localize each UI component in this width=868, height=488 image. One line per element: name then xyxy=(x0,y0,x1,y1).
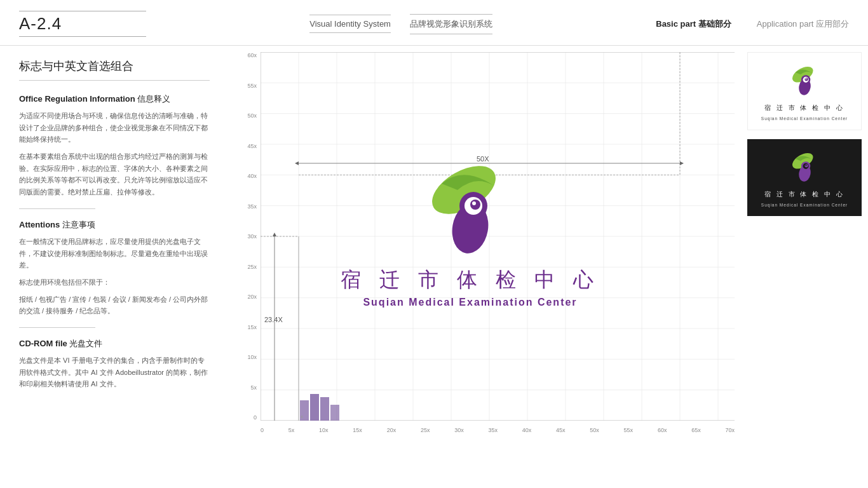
block1-heading: Office Regulation Information 信息释义 xyxy=(19,93,210,105)
y-axis-labels: 60x 55x 50x 45x 40x 35x 30x 25x 20x 15x … xyxy=(235,52,259,421)
big-logo-text-en: Suqian Medical Examination Center xyxy=(363,297,577,308)
logo-black-bg: 宿 迁 市 体 检 中 心 Suqian Medical Examination… xyxy=(747,139,862,216)
big-logo-container: 宿 迁 市 体 检 中 心 Suqian Medical Examination… xyxy=(341,152,599,308)
y-label-20: 20x xyxy=(235,294,259,300)
y-label-45: 45x xyxy=(235,143,259,149)
svg-rect-41 xyxy=(320,397,329,421)
x-label-50: 50x xyxy=(590,427,599,433)
svg-rect-40 xyxy=(310,394,319,421)
y-label-40: 40x xyxy=(235,173,259,179)
header-center: Visual Identity System 品牌视觉形象识别系统 xyxy=(309,14,492,34)
header-top-line xyxy=(19,11,146,11)
y-label-5: 5x xyxy=(235,384,259,391)
block3-text1: 光盘文件是本 VI 手册电子文件的集合，内含手册制作时的专用软件格式文件。其中 … xyxy=(19,355,210,390)
divider2 xyxy=(19,327,95,328)
x-label-55: 55x xyxy=(624,427,634,433)
main-content: 标志与中英文首选组合 Office Regulation Information… xyxy=(0,46,868,488)
vis-system-cn: 品牌视觉形象识别系统 xyxy=(410,14,492,34)
svg-point-61 xyxy=(805,165,806,166)
block2-text2: 标志使用环境包括但不限于： xyxy=(19,276,210,288)
svg-point-49 xyxy=(472,201,476,205)
svg-marker-37 xyxy=(273,233,276,236)
y-label-25: 25x xyxy=(235,264,259,270)
logo-text-en-black-bg: Suqian Medical Examination Center xyxy=(761,203,848,207)
svg-marker-34 xyxy=(295,161,299,165)
x-label-40: 40x xyxy=(522,427,532,433)
block2-text3: 报纸 / 包视广告 / 宣传 / 包装 / 会议 / 新闻发布会 / 公司内外部… xyxy=(19,294,210,317)
header-right: Basic part 基础部分 Application part 应用部分 xyxy=(656,18,849,30)
measure-23x: 23.4X xyxy=(264,316,283,323)
section-title: 标志与中英文首选组合 xyxy=(19,58,210,81)
logo-white-svg xyxy=(784,62,825,100)
logo-black-svg xyxy=(784,148,825,186)
x-label-15: 15x xyxy=(353,427,362,433)
big-logo-text-cn: 宿 迁 市 体 检 中 心 xyxy=(341,266,599,294)
sidebar: 标志与中英文首选组合 Office Regulation Information… xyxy=(0,46,229,488)
logo-text-cn-black-bg: 宿 迁 市 体 检 中 心 xyxy=(764,190,844,199)
vis-system-en: Visual Identity System xyxy=(309,15,391,33)
app-part-label: Application part 应用部分 xyxy=(757,18,849,30)
y-label-15: 15x xyxy=(235,324,259,330)
page-code: A-2.4 xyxy=(19,14,146,34)
x-label-35: 35x xyxy=(488,427,498,433)
svg-rect-42 xyxy=(330,405,339,421)
chart-area: 60x 55x 50x 45x 40x 35x 30x 25x 20x 15x … xyxy=(229,46,741,488)
x-axis-labels: 0 5x 10x 15x 20x 25x 30x 35x 40x 45x 50x… xyxy=(261,427,735,433)
y-label-55: 55x xyxy=(235,83,259,89)
block3-heading: CD-ROM file 光盘文件 xyxy=(19,338,210,349)
header-left: A-2.4 xyxy=(19,11,146,37)
header-center-row: Visual Identity System 品牌视觉形象识别系统 xyxy=(309,14,492,34)
logo-white-bg: 宿 迁 市 体 检 中 心 Suqian Medical Examination… xyxy=(747,52,862,130)
x-label-0: 0 xyxy=(261,427,264,433)
x-label-45: 45x xyxy=(556,427,566,433)
logo-text-cn-white-bg: 宿 迁 市 体 检 中 心 xyxy=(764,104,844,112)
x-label-65: 65x xyxy=(691,427,701,433)
x-label-5: 5x xyxy=(288,427,295,433)
block2-heading: Attentions 注意事项 xyxy=(19,219,210,231)
x-label-60: 60x xyxy=(658,427,667,433)
svg-point-55 xyxy=(805,78,806,79)
block2-text1: 在一般情况下使用品牌标志，应尽量使用提供的光盘电子文件，不建议使用标准制图绘制标… xyxy=(19,236,210,271)
y-label-30: 30x xyxy=(235,233,259,240)
logo-in-chart: 宿 迁 市 体 检 中 心 Suqian Medical Examination… xyxy=(318,84,623,376)
divider1 xyxy=(19,208,95,209)
right-panel: 宿 迁 市 体 检 中 心 Suqian Medical Examination… xyxy=(741,46,868,488)
x-label-30: 30x xyxy=(454,427,464,433)
block1-text2: 在基本要素组合系统中出现的组合形式均经过严格的测算与检验。在实际应用中，标志的位… xyxy=(19,151,210,198)
header-bottom-line xyxy=(19,36,146,37)
x-label-25: 25x xyxy=(421,427,430,433)
y-label-35: 35x xyxy=(235,203,259,210)
chart-inner: 60x 55x 50x 45x 40x 35x 30x 25x 20x 15x … xyxy=(235,52,735,446)
y-label-10: 10x xyxy=(235,354,259,360)
svg-text:x: x xyxy=(301,414,303,419)
basic-part-label: Basic part 基础部分 xyxy=(656,18,731,30)
svg-marker-35 xyxy=(680,161,684,165)
y-label-60: 60x xyxy=(235,52,259,58)
y-label-0: 0 xyxy=(235,414,259,421)
big-logo-svg xyxy=(407,152,534,266)
logo-text-en-white-bg: Suqian Medical Examination Center xyxy=(761,116,848,121)
page-header: A-2.4 Visual Identity System 品牌视觉形象识别系统 … xyxy=(0,0,868,46)
block1-text1: 为适应不同使用场合与环境，确保信息传达的清晰与准确，特设计了企业品牌的多种组合，… xyxy=(19,110,210,146)
x-label-10: 10x xyxy=(319,427,329,433)
x-label-70: 70x xyxy=(725,427,735,433)
y-label-50: 50x xyxy=(235,112,259,119)
x-label-20: 20x xyxy=(387,427,397,433)
